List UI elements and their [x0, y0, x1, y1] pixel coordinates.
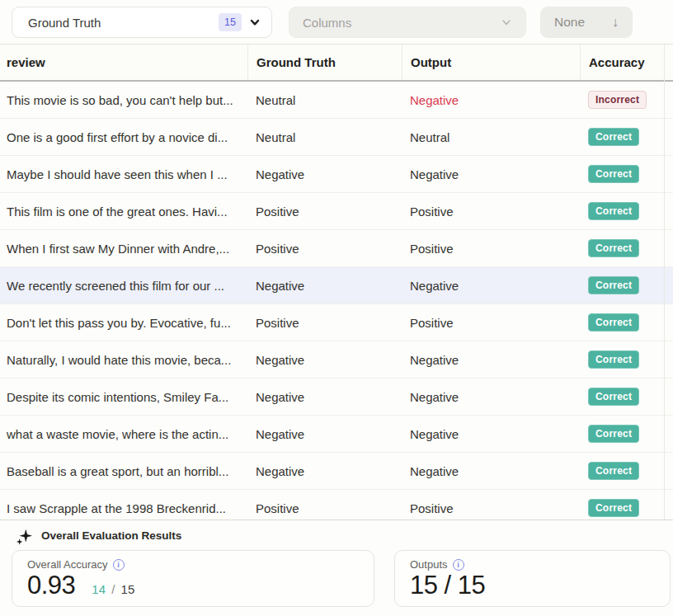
review-cell: I saw Scrapple at the 1998 Breckenrid... [0, 501, 247, 515]
accuracy-cell: Correct [580, 388, 673, 406]
results-panel-title: Overall Evaluation Results [41, 529, 181, 542]
ground-truth-cell: Negative [247, 353, 402, 367]
info-icon[interactable]: i [453, 559, 464, 571]
column-header-ground-truth[interactable]: Ground Truth [247, 45, 402, 80]
ground-truth-cell: Positive [247, 316, 402, 330]
output-cell: Negative [402, 390, 580, 404]
ground-truth-cell: Positive [247, 501, 402, 515]
output-cell: Negative [402, 93, 580, 107]
table-row[interactable]: When I first saw My Dinner with Andre,..… [0, 230, 673, 267]
ground-truth-cell: Neutral [247, 93, 402, 107]
output-cell: Negative [402, 279, 580, 293]
columns-select-placeholder: Columns [303, 16, 351, 30]
table-row[interactable]: Baseball is a great sport, but an horrib… [0, 453, 673, 490]
accuracy-cell: Incorrect [580, 91, 673, 109]
row-count-badge: 15 [219, 13, 242, 32]
evaluation-app: Ground Truth 15 Columns None ↓ review Gr… [0, 0, 673, 616]
table-row[interactable]: We recently screened this film for our .… [0, 267, 673, 304]
ground-truth-cell: Negative [247, 427, 402, 441]
accuracy-badge: Correct [588, 276, 639, 294]
review-cell: what a waste movie, where is the actin..… [0, 427, 247, 441]
table-header: review Ground Truth Output Accuracy [0, 45, 673, 82]
accuracy-fraction-separator: / [111, 582, 115, 596]
table-row[interactable]: This movie is so bad, you can't help but… [0, 82, 673, 119]
review-cell: Baseball is a great sport, but an horrib… [0, 464, 247, 478]
outputs-label: Outputs [410, 558, 448, 571]
accuracy-cell: Correct [580, 202, 673, 220]
review-cell: Naturally, I would hate this movie, beca… [0, 353, 247, 367]
info-icon[interactable]: i [113, 559, 125, 571]
accuracy-cell: Correct [580, 462, 673, 480]
output-cell: Negative [402, 464, 580, 478]
outputs-value: 15 / 15 [410, 571, 485, 600]
arrow-down-icon: ↓ [612, 15, 619, 30]
output-cell: Positive [402, 316, 580, 330]
table-body: This movie is so bad, you can't help but… [0, 82, 673, 527]
review-cell: When I first saw My Dinner with Andre,..… [0, 242, 247, 256]
review-cell: One is a good first effort by a novice d… [0, 130, 247, 144]
accuracy-badge: Correct [588, 239, 639, 257]
ground-truth-cell: Positive [247, 242, 402, 256]
chevron-down-icon [249, 16, 261, 28]
table-row[interactable]: Don't let this pass you by. Evocative, f… [0, 304, 673, 341]
accuracy-badge: Correct [588, 313, 639, 332]
output-cell: Positive [402, 205, 580, 219]
outputs-card: Outputs i 15 / 15 [394, 550, 671, 607]
accuracy-badge: Correct [588, 462, 639, 480]
review-cell: We recently screened this film for our .… [0, 279, 247, 293]
accuracy-cell: Correct [580, 276, 673, 294]
ground-truth-cell: Positive [247, 205, 402, 219]
accuracy-badge: Correct [588, 499, 639, 517]
overall-accuracy-label: Overall Accuracy [27, 558, 108, 571]
output-cell: Positive [402, 242, 580, 256]
table-row[interactable]: Despite its comic intentions, Smiley Fa.… [0, 379, 673, 416]
accuracy-badge: Correct [588, 425, 639, 443]
accuracy-badge: Correct [588, 202, 639, 220]
column-header-output[interactable]: Output [402, 45, 580, 80]
ground-truth-cell: Negative [247, 390, 402, 404]
accuracy-fraction: 14 / 15 [92, 582, 134, 596]
output-cell: Neutral [402, 130, 580, 144]
sort-none-button[interactable]: None ↓ [540, 7, 633, 38]
accuracy-cell: Correct [580, 313, 673, 332]
accuracy-badge: Correct [588, 350, 639, 369]
overall-accuracy-card: Overall Accuracy i 0.93 14 / 15 [12, 550, 374, 607]
accuracy-cell: Correct [580, 128, 673, 146]
output-cell: Negative [402, 427, 580, 441]
ground-truth-select-label: Ground Truth [28, 16, 101, 30]
accuracy-cell: Correct [580, 239, 673, 257]
columns-select[interactable]: Columns [289, 7, 526, 38]
table-row[interactable]: Maybe I should have seen this when I ...… [0, 156, 673, 193]
results-panel-header: Overall Evaluation Results [0, 520, 673, 543]
accuracy-cell: Correct [580, 499, 673, 517]
accuracy-badge: Incorrect [588, 91, 647, 109]
table-row[interactable]: One is a good first effort by a novice d… [0, 119, 673, 156]
table-row[interactable]: Naturally, I would hate this movie, beca… [0, 341, 673, 379]
overall-results-panel: Overall Evaluation Results Overall Accur… [0, 520, 673, 616]
column-header-accuracy[interactable]: Accuracy [580, 45, 673, 80]
ground-truth-cell: Negative [247, 464, 402, 478]
review-cell: Maybe I should have seen this when I ... [0, 167, 247, 181]
column-header-review[interactable]: review [0, 45, 247, 80]
accuracy-fraction-numerator: 14 [92, 582, 106, 596]
table-right-divider [664, 45, 665, 520]
accuracy-badge: Correct [588, 128, 639, 146]
chevron-down-icon [501, 16, 512, 28]
review-cell: Don't let this pass you by. Evocative, f… [0, 316, 247, 330]
ground-truth-cell: Negative [247, 167, 402, 181]
ground-truth-select[interactable]: Ground Truth 15 [12, 7, 272, 38]
toolbar: Ground Truth 15 Columns None ↓ [0, 0, 673, 45]
review-cell: This film is one of the great ones. Havi… [0, 205, 247, 219]
review-cell: Despite its comic intentions, Smiley Fa.… [0, 390, 247, 404]
table-row[interactable]: This film is one of the great ones. Havi… [0, 193, 673, 230]
accuracy-fraction-denominator: 15 [121, 582, 135, 596]
review-cell: This movie is so bad, you can't help but… [0, 93, 247, 107]
ground-truth-cell: Negative [247, 279, 402, 293]
ground-truth-cell: Neutral [247, 130, 402, 144]
accuracy-badge: Correct [588, 388, 639, 406]
output-cell: Negative [402, 167, 580, 181]
output-cell: Positive [402, 501, 580, 515]
accuracy-cell: Correct [580, 425, 673, 443]
table-row[interactable]: what a waste movie, where is the actin..… [0, 416, 673, 453]
output-cell: Negative [402, 353, 580, 367]
